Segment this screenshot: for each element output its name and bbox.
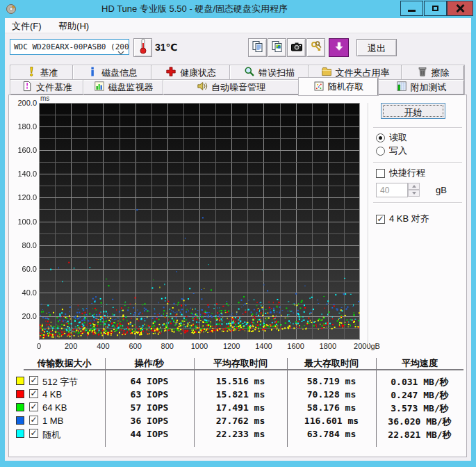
avg-speed-value: 3.573 MB/秒	[376, 402, 463, 415]
title-bar: HD Tune 专业版 5.50 - 硬盘/固态硬盘实用程序	[0, 0, 476, 18]
maximize-icon	[432, 6, 438, 11]
download-button[interactable]	[329, 38, 349, 57]
copy-text-button[interactable]	[248, 38, 267, 57]
tab-label: 文件基准	[36, 81, 72, 94]
short-stroke-size-input[interactable]: 40	[376, 183, 408, 197]
random-access-panel: ms 200.0180.0160.0140.0120.0100.080.060.…	[8, 95, 467, 457]
avg-speed-value: 22.821 MB/秒	[376, 429, 463, 441]
tab-label: 错误扫描	[258, 67, 295, 79]
temperature-value: 31℃	[155, 42, 178, 53]
close-button[interactable]	[447, 1, 473, 16]
tab-health[interactable]: 健康状态	[151, 65, 230, 80]
read-radio[interactable]	[376, 133, 385, 142]
series-checkbox[interactable]: ✓	[29, 402, 38, 411]
y-tick-label: 140.0	[12, 170, 37, 178]
x-tick-label: 1800	[312, 342, 344, 350]
read-radio-row[interactable]: 读取	[376, 131, 407, 144]
table-row: ✓64 KB57 IOPS17.491 ms58.176 ms3.573 MB/…	[9, 401, 463, 414]
series-color-swatch	[16, 390, 24, 398]
tab-aam[interactable]: 自动噪音管理	[163, 80, 299, 95]
short-stroke-label: 快捷行程	[389, 167, 425, 179]
short-stroke-checkbox[interactable]	[376, 169, 385, 178]
series-label: 1 MB	[42, 416, 63, 426]
screenshot-button[interactable]	[287, 38, 306, 57]
extra-tests-icon	[396, 81, 407, 94]
drive-select[interactable]: WDC WD20EARX-00PASB0 (2000 gB)	[10, 39, 129, 55]
stepper-down-button[interactable]	[408, 190, 420, 197]
chevron-down-icon[interactable]	[117, 45, 124, 58]
start-button[interactable]: 开始	[381, 103, 445, 119]
col-header-ops: 操作/秒	[105, 357, 194, 370]
y-tick-label: 60.0	[12, 265, 37, 273]
stepper-up-button[interactable]	[408, 183, 420, 190]
menu-help[interactable]: 帮助(H)	[51, 18, 96, 33]
temperature-button[interactable]	[133, 38, 152, 57]
minimize-button[interactable]	[400, 1, 423, 16]
separator	[373, 162, 462, 163]
y-tick-label: 180.0	[12, 122, 37, 131]
arrow-down-icon	[412, 192, 416, 195]
table-row: ✓随机44 IOPS22.233 ms63.784 ms22.821 MB/秒	[9, 427, 463, 441]
y-tick-label: 20.0	[12, 312, 37, 320]
copy-image-button[interactable]	[268, 38, 286, 57]
align-label: 4 KB 对齐	[389, 213, 429, 225]
tab-label: 基准	[40, 67, 58, 79]
avg-access-value: 15.821 ms	[194, 389, 287, 400]
disk-info-icon	[87, 66, 98, 79]
separator	[373, 202, 462, 204]
series-checkbox[interactable]: ✓	[29, 376, 38, 385]
write-radio[interactable]	[376, 147, 385, 156]
align-row[interactable]: ✓ 4 KB 对齐	[376, 213, 429, 225]
y-tick-label: 160.0	[12, 146, 37, 154]
tab-benchmark[interactable]: 基准	[10, 65, 73, 80]
ops-value: 36 IOPS	[105, 416, 194, 426]
keys-icon	[310, 40, 322, 56]
series-checkbox[interactable]: ✓	[29, 389, 38, 398]
tab-disk-monitor[interactable]: 磁盘监视器	[83, 80, 163, 95]
series-checkbox[interactable]: ✓	[29, 429, 38, 438]
max-access-value: 116.601 ms	[287, 416, 376, 426]
series-label: 64 KB	[42, 402, 67, 413]
menu-bar: 文件(F) 帮助(H)	[5, 18, 471, 33]
tab-erase[interactable]: 擦除	[402, 65, 464, 80]
col-header-avg-speed: 平均速度	[376, 357, 463, 370]
align-checkbox[interactable]: ✓	[376, 215, 385, 224]
y-tick-label: 200.0	[12, 99, 37, 107]
options-button[interactable]	[306, 38, 325, 57]
arrow-up-icon	[412, 185, 416, 188]
short-stroke-row[interactable]: 快捷行程	[376, 167, 425, 179]
tab-file-benchmark[interactable]: 文件基准	[10, 80, 83, 95]
benchmark-icon	[26, 66, 37, 79]
write-radio-label: 写入	[389, 145, 407, 157]
ops-value: 57 IOPS	[105, 402, 194, 413]
y-tick-label: 120.0	[12, 193, 37, 202]
series-label: 4 KB	[42, 389, 62, 400]
separator	[373, 127, 462, 129]
tab-random-access[interactable]: 随机存取	[299, 78, 378, 95]
tab-error-scan[interactable]: 错误扫描	[230, 65, 309, 80]
series-checkbox[interactable]: ✓	[29, 416, 38, 425]
tab-extra-tests[interactable]: 附加测试	[378, 80, 464, 95]
avg-access-value: 22.233 ms	[194, 429, 287, 439]
series-label: 随机	[42, 429, 60, 441]
tab-label: 附加测试	[411, 81, 447, 94]
write-radio-row[interactable]: 写入	[376, 145, 407, 157]
y-tick-label: 40.0	[12, 288, 37, 297]
tab-disk-info[interactable]: 磁盘信息	[73, 65, 151, 80]
tab-label: 磁盘监视器	[108, 81, 154, 94]
max-access-value: 58.176 ms	[287, 402, 376, 413]
short-stroke-stepper	[408, 183, 420, 197]
ops-value: 44 IOPS	[105, 429, 194, 439]
maximize-button[interactable]	[424, 1, 447, 16]
table-row: ✓4 KB63 IOPS15.821 ms70.128 ms0.247 MB/秒	[9, 388, 463, 401]
menu-file[interactable]: 文件(F)	[5, 18, 49, 33]
tab-label: 磁盘信息	[101, 67, 138, 79]
series-color-swatch	[16, 403, 24, 411]
x-tick-label: 1400	[247, 342, 279, 350]
file-benchmark-icon	[22, 81, 33, 94]
x-tick-label: 200	[55, 342, 87, 350]
window-content: 文件(F) 帮助(H) WDC WD20EARX-00PASB0 (2000 g…	[5, 18, 471, 461]
col-header-transfer-size: 传输数据大小	[24, 357, 105, 370]
exit-button[interactable]: 退出	[356, 39, 397, 56]
short-stroke-unit-label: gB	[436, 185, 447, 195]
